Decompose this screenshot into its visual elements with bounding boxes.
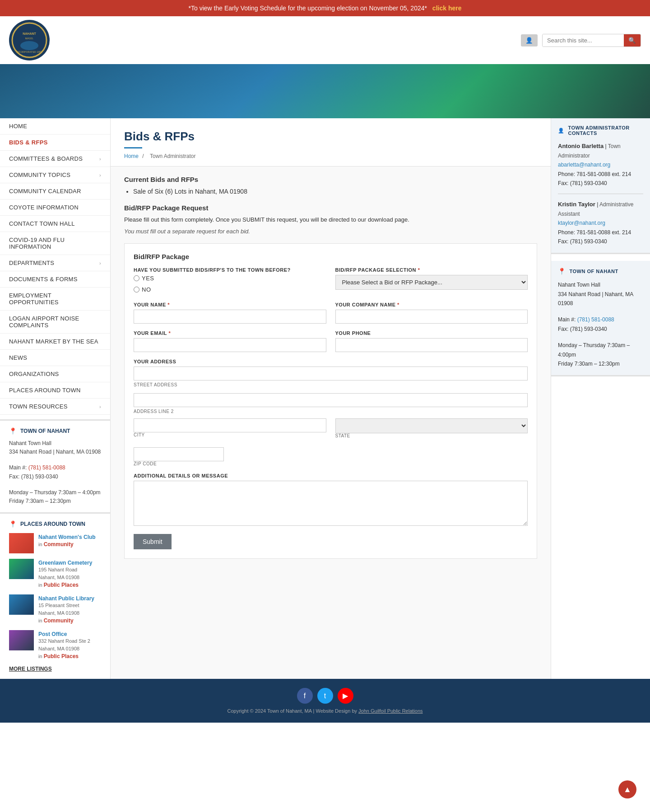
sidebar-item-calendar[interactable]: COMMUNITY CALENDAR (0, 183, 110, 200)
admin2-email[interactable]: ktaylor@nahant.org (558, 220, 605, 226)
place-thumb-0 (9, 533, 34, 553)
town-loc-icon: 📍 (558, 268, 566, 275)
sidebar-town-title: TOWN OF NAHANT (20, 428, 70, 434)
sidebar-item-contact[interactable]: CONTACT TOWN HALL (0, 216, 110, 232)
sidebar-town-phone-link[interactable]: (781) 581-0088 (28, 464, 65, 471)
place-cat-link-1[interactable]: Public Places (44, 582, 79, 588)
sidebar-town-fax: Fax: (781) 593-0340 (9, 473, 101, 481)
place-cat-link-2[interactable]: Community (44, 617, 74, 624)
place-addr1-1: 195 Nahant Road (38, 566, 92, 574)
form-group-phone: YOUR PHONE (335, 330, 528, 352)
announcement-link[interactable]: click here (432, 5, 462, 12)
request-note: You must fill out a separate request for… (124, 228, 250, 235)
submitted-label: HAVE YOU SUBMITTED BIDS/RFP'S TO THE TOW… (134, 267, 326, 273)
sidebar-item-logan[interactable]: LOGAN AIRPORT NOISE COMPLAINTS (0, 311, 110, 334)
place-thumb-3 (9, 630, 34, 650)
place-link-3[interactable]: Post Office (38, 631, 67, 637)
sidebar-item-news[interactable]: NEWS (0, 350, 110, 366)
facebook-icon[interactable]: f (297, 688, 313, 704)
town-phone-link[interactable]: (781) 581-0088 (577, 316, 614, 323)
admin1-email[interactable]: abarletta@nahant.org (558, 162, 610, 168)
sidebar-item-organizations[interactable]: ORGANIZATIONS (0, 366, 110, 382)
search-button[interactable]: 🔍 (624, 34, 641, 46)
user-icon[interactable]: 👤 (521, 34, 538, 46)
sidebar-item-documents[interactable]: DOCUMENTS & FORMS (0, 271, 110, 288)
twitter-icon[interactable]: t (317, 688, 333, 704)
breadcrumb-home[interactable]: Home (124, 153, 139, 159)
sidebar-item-community-topics[interactable]: COMMUNITY TOPICS› (0, 167, 110, 183)
radio-group: YES NO (134, 275, 326, 295)
search-input[interactable] (543, 34, 624, 46)
youtube-icon[interactable]: ▶ (338, 688, 353, 704)
main-content: Bids & RFPs Home / Town Administrator Cu… (111, 118, 551, 679)
more-listings-link[interactable]: MORE LISTINGS (9, 666, 101, 672)
form-row-email-phone: YOUR EMAIL * YOUR PHONE (134, 330, 528, 352)
radio-no-label: NO (134, 286, 326, 293)
announcement-bar: *To view the Early Voting Schedule for t… (0, 0, 650, 16)
message-textarea[interactable] (134, 481, 528, 526)
admin-divider (558, 194, 643, 194)
admin1-name: Antonio Barletta (558, 143, 604, 149)
place-addr1-3: 332 Nahant Road Ste 2 (38, 637, 90, 645)
footer-copyright: Copyright © 2024 Town of Nahant, MA | We… (9, 708, 641, 714)
breadcrumb-current: Town Administrator (150, 153, 195, 159)
radio-yes[interactable] (134, 275, 139, 281)
form-group-package: BID/RFP PACKAGE SELECTION * Please Selec… (335, 267, 528, 295)
address2-label: ADDRESS LINE 2 (134, 409, 528, 414)
form-block-title: Bid/RFP Package (134, 253, 528, 260)
sidebar-town-name: Nahant Town Hall (9, 439, 101, 448)
place-link-2[interactable]: Nahant Public Library (38, 595, 94, 602)
place-link-0[interactable]: Nahant Women's Club (38, 534, 96, 540)
svg-text:INCORPORATED 1853: INCORPORATED 1853 (16, 51, 42, 53)
place-link-1[interactable]: Greenlawn Cemetery (38, 560, 92, 566)
package-select[interactable]: Please Select a Bid or RFP Package... (335, 275, 528, 290)
admin-icon: 👤 (558, 128, 565, 134)
logo-area: NAHANT MASS. INCORPORATED 1853 (9, 20, 50, 60)
city-input[interactable] (134, 418, 326, 432)
announcement-text: *To view the Early Voting Schedule for t… (189, 5, 427, 12)
sidebar-item-departments[interactable]: DEPARTMENTS› (0, 255, 110, 271)
phone-input[interactable] (335, 338, 528, 352)
header-right: 👤 🔍 (521, 34, 641, 47)
zip-input[interactable] (134, 447, 224, 461)
admin-contacts-widget: 👤 TOWN ADMINISTRATOR CONTACTS Antonio Ba… (551, 118, 650, 254)
sidebar-item-bids[interactable]: BIDS & RFPS (0, 135, 110, 151)
phone-label: YOUR PHONE (335, 330, 528, 336)
sidebar-item-home[interactable]: HOME (0, 118, 110, 135)
state-select[interactable]: MA (335, 418, 528, 433)
main-layout: HOME BIDS & RFPS COMMITTEES & BOARDS› CO… (0, 118, 650, 679)
places-around-town: 📍 PLACES AROUND TOWN Nahant Women's Club… (0, 512, 110, 679)
header: NAHANT MASS. INCORPORATED 1853 👤 🔍 (0, 16, 650, 64)
footer: f t ▶ Copyright © 2024 Town of Nahant, M… (0, 679, 650, 723)
place-cat-link-0[interactable]: Community (44, 541, 74, 548)
company-label: YOUR COMPANY NAME * (335, 302, 528, 307)
radio-no[interactable] (134, 287, 139, 292)
designer-link[interactable]: John Guilfoil Public Relations (358, 708, 422, 714)
page-title: Bids & RFPs (124, 130, 537, 144)
sidebar-item-committees[interactable]: COMMITTEES & BOARDS› (0, 151, 110, 167)
site-logo[interactable]: NAHANT MASS. INCORPORATED 1853 (9, 20, 50, 60)
name-input[interactable] (134, 310, 326, 324)
sidebar-item-market[interactable]: NAHANT MARKET BY THE SEA (0, 334, 110, 350)
company-input[interactable] (335, 310, 528, 324)
sidebar-item-covid[interactable]: COVID-19 AND FLU INFORMATION (0, 232, 110, 255)
bid-rfp-form: Bid/RFP Package HAVE YOU SUBMITTED BIDS/… (124, 243, 537, 559)
sidebar-item-employment[interactable]: EMPLOYMENT OPPORTUNITIES (0, 288, 110, 311)
submit-button[interactable]: Submit (134, 534, 172, 549)
sidebar-item-places[interactable]: PLACES AROUND TOWN (0, 382, 110, 399)
address2-input[interactable] (134, 393, 528, 407)
email-input[interactable] (134, 338, 326, 352)
title-underline (124, 147, 142, 148)
form-group-submitted: HAVE YOU SUBMITTED BIDS/RFP'S TO THE TOW… (134, 267, 326, 295)
sidebar-item-coyote[interactable]: COYOTE INFORMATION (0, 200, 110, 216)
sidebar-town-info: 📍 TOWN OF NAHANT Nahant Town Hall 334 Na… (0, 419, 110, 512)
package-label: BID/RFP PACKAGE SELECTION * (335, 267, 528, 273)
sidebar-item-resources[interactable]: TOWN RESOURCES› (0, 399, 110, 415)
street-input[interactable] (134, 367, 528, 380)
form-group-company: YOUR COMPANY NAME * (335, 302, 528, 324)
footer-social: f t ▶ (9, 688, 641, 704)
town-fax: Fax: (781) 593-0340 (558, 325, 643, 334)
admin2-name: Kristin Taylor (558, 201, 595, 208)
current-bids-title: Current Bids and RFPs (124, 176, 537, 183)
place-cat-link-3[interactable]: Public Places (44, 653, 79, 659)
